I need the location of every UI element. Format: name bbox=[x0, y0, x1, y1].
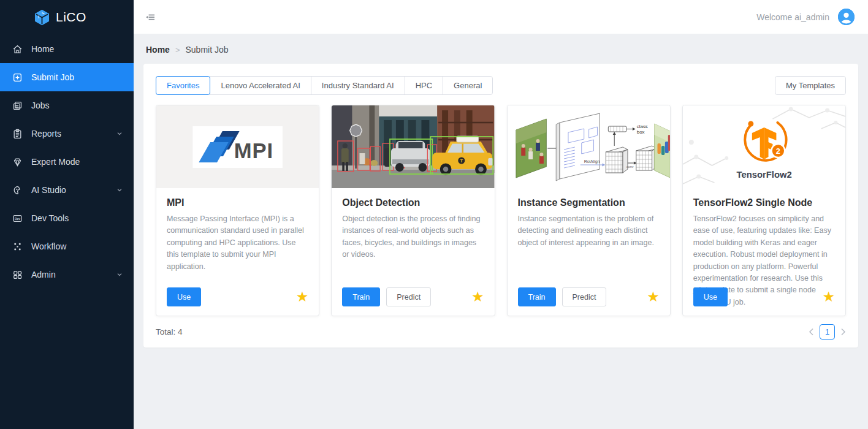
sidebar-item-label: Jobs bbox=[31, 101, 50, 110]
lico-app: LiCO Home Submit Job Jobs bbox=[0, 0, 868, 429]
sidebar-item-label: AI Studio bbox=[31, 185, 66, 195]
sidebar-item-dev-tools[interactable]: Dev Dev Tools bbox=[0, 204, 134, 232]
svg-text:Dev: Dev bbox=[15, 217, 20, 220]
reports-icon bbox=[12, 129, 23, 139]
sidebar-item-label: Expert Mode bbox=[31, 157, 80, 167]
welcome-text: Welcome ai_admin bbox=[756, 12, 829, 22]
total-count: Total: 4 bbox=[156, 327, 183, 336]
card-title: TensorFlow2 Single Node bbox=[693, 197, 835, 208]
template-card-instance-segmentation: RoiAlign conv bbox=[507, 105, 671, 316]
content: Home > Submit Job Favorites Lenovo Accel… bbox=[134, 34, 868, 347]
sidebar-item-jobs[interactable]: Jobs bbox=[0, 91, 134, 120]
sidebar-item-ai-studio[interactable]: AI Studio bbox=[0, 176, 134, 204]
user-avatar[interactable] bbox=[838, 9, 855, 25]
favorite-star-icon[interactable]: ★ bbox=[647, 290, 660, 304]
svg-text:T: T bbox=[460, 158, 463, 164]
sidebar-item-workflow[interactable]: Workflow bbox=[0, 232, 134, 260]
submit-job-icon bbox=[12, 72, 23, 83]
card-actions: Use ★ bbox=[167, 287, 308, 306]
chevron-down-icon bbox=[116, 129, 123, 139]
sidebar-item-home[interactable]: Home bbox=[0, 35, 134, 63]
svg-text:MPI: MPI bbox=[234, 139, 274, 162]
card-description: Instance segmentation is the problem of … bbox=[518, 213, 660, 249]
tensorflow2-template-image: 2 TensorFlow2 bbox=[683, 105, 845, 188]
conv-label: conv bbox=[626, 165, 633, 169]
train-button[interactable]: Train bbox=[518, 287, 556, 306]
tab-lenovo-accelerated-ai[interactable]: Lenovo Accelerated AI bbox=[210, 76, 311, 95]
favorite-star-icon[interactable]: ★ bbox=[471, 290, 484, 304]
templates-panel: Favorites Lenovo Accelerated AI Industry… bbox=[143, 64, 858, 347]
sidebar-nav: Home Submit Job Jobs Reports bbox=[0, 35, 134, 289]
train-button[interactable]: Train bbox=[342, 287, 380, 306]
home-icon bbox=[12, 44, 23, 55]
card-body: Instance Segmentation Instance segmentat… bbox=[508, 188, 670, 249]
page-number[interactable]: 1 bbox=[820, 324, 835, 340]
card-actions: Train Predict ★ bbox=[342, 287, 484, 306]
box-label: box bbox=[636, 129, 644, 135]
dev-tools-icon: Dev bbox=[12, 213, 23, 224]
sidebar-item-submit-job[interactable]: Submit Job bbox=[0, 63, 134, 91]
template-cards: MPI MPI Message Passing Interface (MPI) … bbox=[156, 105, 846, 316]
user-icon bbox=[838, 9, 855, 25]
my-templates-button[interactable]: My Templates bbox=[775, 76, 846, 95]
sidebar-item-expert-mode[interactable]: Expert Mode bbox=[0, 148, 134, 176]
predict-button[interactable]: Predict bbox=[562, 287, 607, 306]
admin-icon bbox=[12, 270, 23, 280]
workflow-icon bbox=[12, 241, 23, 252]
app-logo: LiCO bbox=[0, 0, 134, 34]
tab-hpc[interactable]: HPC bbox=[405, 76, 443, 95]
breadcrumb-home[interactable]: Home bbox=[146, 45, 170, 55]
tab-favorites[interactable]: Favorites bbox=[156, 76, 210, 95]
panel-footer: Total: 4 1 bbox=[156, 324, 846, 340]
tab-industry-standard-ai[interactable]: Industry Standard AI bbox=[311, 76, 405, 95]
tf2-badge: 2 bbox=[776, 146, 780, 156]
pagination: 1 bbox=[809, 324, 846, 340]
sidebar-item-label: Home bbox=[31, 44, 54, 54]
prev-page-icon[interactable] bbox=[809, 328, 814, 336]
lico-cube-icon bbox=[34, 9, 50, 26]
card-description: Message Passing Interface (MPI) is a com… bbox=[167, 213, 308, 273]
template-category-tabs: Favorites Lenovo Accelerated AI Industry… bbox=[156, 76, 493, 95]
card-title: MPI bbox=[167, 197, 308, 208]
card-body: Object Detection Object detection is the… bbox=[332, 188, 494, 261]
ai-studio-icon bbox=[12, 185, 23, 196]
topbar-right: Welcome ai_admin bbox=[756, 9, 855, 25]
card-title: Object Detection bbox=[342, 197, 484, 208]
main-area: Welcome ai_admin Home > Submit Job Favor… bbox=[134, 0, 868, 429]
class-label: class bbox=[636, 124, 647, 129]
mpi-template-image: MPI bbox=[156, 105, 319, 188]
card-body: MPI Message Passing Interface (MPI) is a… bbox=[156, 188, 319, 273]
object-detection-template-image: T bbox=[332, 105, 494, 188]
sidebar-item-reports[interactable]: Reports bbox=[0, 120, 134, 148]
template-card-object-detection: T Object Detection Object det bbox=[331, 105, 495, 316]
card-title: Instance Segmentation bbox=[518, 197, 660, 208]
logo-text: LiCO bbox=[56, 10, 86, 25]
expert-mode-icon bbox=[12, 157, 23, 167]
favorite-star-icon[interactable]: ★ bbox=[822, 290, 835, 304]
chevron-down-icon bbox=[116, 185, 123, 195]
tab-general[interactable]: General bbox=[443, 76, 493, 95]
favorite-star-icon[interactable]: ★ bbox=[296, 290, 309, 304]
sidebar-item-label: Submit Job bbox=[31, 72, 74, 82]
sidebar-item-label: Dev Tools bbox=[31, 213, 69, 223]
sidebar-item-admin[interactable]: Admin bbox=[0, 260, 134, 289]
instance-segmentation-template-image: RoiAlign conv bbox=[508, 105, 670, 188]
jobs-icon bbox=[12, 101, 23, 111]
tf2-caption: TensorFlow2 bbox=[736, 169, 791, 180]
breadcrumb-current: Submit Job bbox=[186, 45, 229, 55]
card-actions: Use ★ bbox=[693, 287, 835, 306]
sidebar-item-label: Reports bbox=[31, 129, 61, 139]
topbar: Welcome ai_admin bbox=[134, 0, 868, 34]
use-button[interactable]: Use bbox=[693, 287, 728, 306]
use-button[interactable]: Use bbox=[167, 287, 201, 306]
card-description: Object detection is the process of findi… bbox=[342, 213, 484, 261]
breadcrumb: Home > Submit Job bbox=[143, 34, 858, 64]
predict-button[interactable]: Predict bbox=[386, 287, 431, 306]
template-card-mpi: MPI MPI Message Passing Interface (MPI) … bbox=[156, 105, 319, 316]
sidebar-item-label: Workflow bbox=[31, 241, 66, 251]
card-actions: Train Predict ★ bbox=[518, 287, 660, 306]
next-page-icon[interactable] bbox=[840, 328, 846, 336]
sidebar-fold-icon[interactable] bbox=[145, 12, 156, 23]
template-card-tensorflow2: 2 TensorFlow2 TensorFlow2 Single Node Te… bbox=[682, 105, 846, 316]
breadcrumb-separator: > bbox=[175, 45, 180, 55]
